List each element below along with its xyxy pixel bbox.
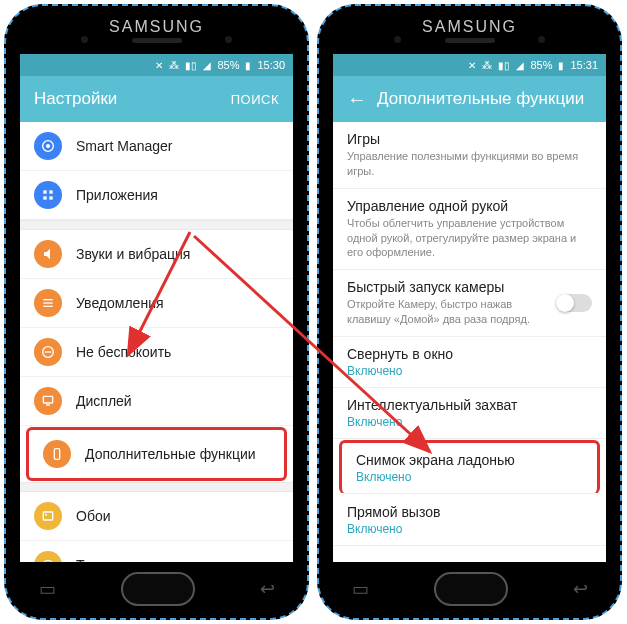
battery-icon: ▮ <box>558 60 564 71</box>
display-icon <box>34 387 62 415</box>
back-button[interactable]: ↩ <box>573 578 588 600</box>
signal-icon: ▮▯ <box>185 60 197 71</box>
svg-rect-6 <box>43 299 52 300</box>
svg-rect-4 <box>43 196 46 199</box>
back-button[interactable]: ↩ <box>260 578 275 600</box>
settings-item-label: Smart Manager <box>76 138 172 154</box>
feature-status: Включено <box>347 415 592 429</box>
battery-text: 85% <box>217 59 239 71</box>
wifi-icon: ◢ <box>516 60 524 71</box>
features-list: ИгрыУправление полезными функциями во вр… <box>333 122 606 546</box>
phone-icon <box>43 440 71 468</box>
target-icon <box>34 132 62 160</box>
settings-item[interactable]: Темы <box>20 541 293 562</box>
screen-left: ✕ ⁂ ▮▯ ◢ 85% ▮ 15:30 Настройки ПОИСК Sma… <box>20 54 293 562</box>
speaker <box>445 38 495 43</box>
svg-point-15 <box>45 514 47 516</box>
feature-title: Прямой вызов <box>347 504 592 520</box>
speaker <box>132 38 182 43</box>
svg-point-16 <box>43 560 52 562</box>
feature-subtitle: Управление полезными функциями во время … <box>347 149 592 179</box>
sensor <box>394 36 401 43</box>
svg-rect-2 <box>43 190 46 193</box>
home-button[interactable] <box>434 572 508 606</box>
feature-item[interactable]: Быстрый запуск камерыОткройте Камеру, бы… <box>333 270 606 337</box>
settings-item[interactable]: Дополнительные функции <box>26 427 287 481</box>
settings-item-label: Уведомления <box>76 295 164 311</box>
image-icon <box>34 502 62 530</box>
svg-rect-12 <box>46 404 50 405</box>
sensor <box>538 36 545 43</box>
feature-item[interactable]: Управление одной рукойЧтобы облегчить уп… <box>333 189 606 271</box>
settings-item-label: Дополнительные функции <box>85 446 256 462</box>
sound-icon <box>34 240 62 268</box>
settings-item[interactable]: Дисплей <box>20 377 293 426</box>
recent-apps-button[interactable]: ▭ <box>39 578 56 600</box>
mute-icon: ✕ <box>155 60 163 71</box>
grid-icon <box>34 181 62 209</box>
settings-item[interactable]: Уведомления <box>20 279 293 328</box>
search-button[interactable]: ПОИСК <box>231 92 279 107</box>
settings-item-label: Звуки и вибрация <box>76 246 190 262</box>
settings-item-label: Не беспокоить <box>76 344 171 360</box>
settings-item[interactable]: Smart Manager <box>20 122 293 171</box>
sensor <box>225 36 232 43</box>
svg-rect-7 <box>43 302 52 303</box>
feature-title: Интеллектуальный захват <box>347 397 592 413</box>
signal-icon: ▮▯ <box>498 60 510 71</box>
svg-rect-3 <box>49 190 52 193</box>
feature-title: Игры <box>347 131 592 147</box>
list-icon <box>34 289 62 317</box>
feature-item[interactable]: Свернуть в окноВключено <box>333 337 606 388</box>
home-button[interactable] <box>121 572 195 606</box>
bluetooth-icon: ⁂ <box>482 60 492 71</box>
toggle-switch[interactable] <box>556 294 592 312</box>
settings-item[interactable]: Звуки и вибрация <box>20 230 293 279</box>
svg-rect-14 <box>43 512 52 520</box>
feature-title: Свернуть в окно <box>347 346 592 362</box>
wifi-icon: ◢ <box>203 60 211 71</box>
battery-text: 85% <box>530 59 552 71</box>
feature-title: Управление одной рукой <box>347 198 592 214</box>
svg-rect-10 <box>45 351 52 352</box>
brand-logo: SAMSUNG <box>6 18 307 36</box>
screen-right: ✕ ⁂ ▮▯ ◢ 85% ▮ 15:31 ← Дополнительные фу… <box>333 54 606 562</box>
settings-item-label: Темы <box>76 557 111 562</box>
settings-item-label: Обои <box>76 508 111 524</box>
mute-icon: ✕ <box>468 60 476 71</box>
nav-buttons: ▭ ↩ <box>319 568 620 610</box>
bluetooth-icon: ⁂ <box>169 60 179 71</box>
nav-buttons: ▭ ↩ <box>6 568 307 610</box>
settings-item[interactable]: Обои <box>20 492 293 541</box>
page-title: Настройки <box>34 89 117 109</box>
feature-item[interactable]: ИгрыУправление полезными функциями во вр… <box>333 122 606 189</box>
status-bar: ✕ ⁂ ▮▯ ◢ 85% ▮ 15:30 <box>20 54 293 76</box>
feature-subtitle: Чтобы облегчить управление устройством о… <box>347 216 592 261</box>
settings-item-label: Дисплей <box>76 393 132 409</box>
feature-title: Снимок экрана ладонью <box>356 452 583 468</box>
theme-icon <box>34 551 62 562</box>
list-separator <box>20 482 293 492</box>
dnd-icon <box>34 338 62 366</box>
sensor <box>81 36 88 43</box>
list-separator <box>20 220 293 230</box>
recent-apps-button[interactable]: ▭ <box>352 578 369 600</box>
phone-left: SAMSUNG ✕ ⁂ ▮▯ ◢ 85% ▮ 15:30 Настройки П… <box>4 4 309 620</box>
svg-rect-11 <box>43 396 52 403</box>
page-title: Дополнительные функции <box>377 89 584 109</box>
feature-item[interactable]: Снимок экрана ладоньюВключено <box>339 440 600 494</box>
svg-rect-5 <box>49 196 52 199</box>
brand-logo: SAMSUNG <box>319 18 620 36</box>
battery-icon: ▮ <box>245 60 251 71</box>
svg-rect-13 <box>54 449 59 460</box>
feature-status: Включено <box>347 364 592 378</box>
back-arrow-icon[interactable]: ← <box>347 88 367 111</box>
settings-item[interactable]: Приложения <box>20 171 293 220</box>
settings-item[interactable]: Не беспокоить <box>20 328 293 377</box>
feature-item[interactable]: Прямой вызовВключено <box>333 495 606 546</box>
header: Настройки ПОИСК <box>20 76 293 122</box>
phone-right: SAMSUNG ✕ ⁂ ▮▯ ◢ 85% ▮ 15:31 ← Дополните… <box>317 4 622 620</box>
feature-item[interactable]: Интеллектуальный захватВключено <box>333 388 606 439</box>
feature-status: Включено <box>356 470 583 484</box>
header: ← Дополнительные функции <box>333 76 606 122</box>
